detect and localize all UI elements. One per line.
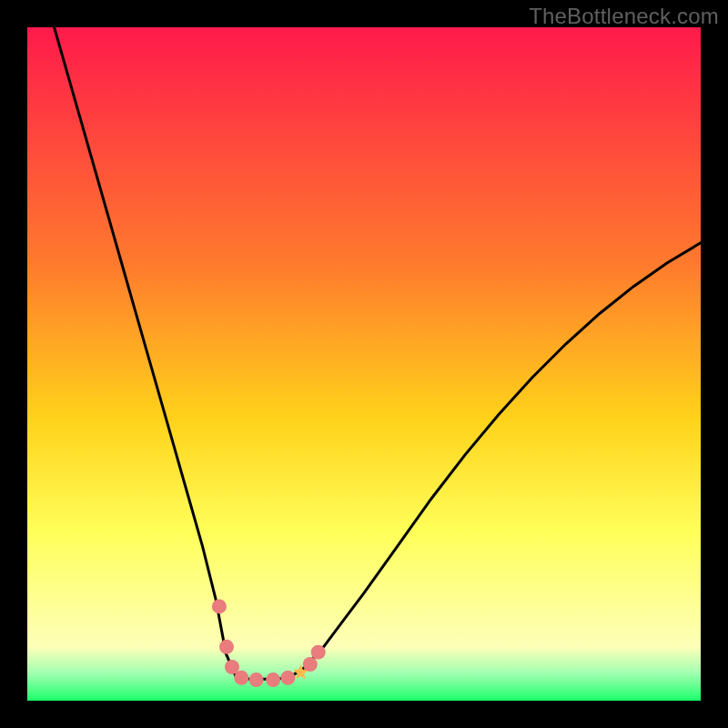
chart-frame xyxy=(27,27,701,701)
marker-dot-left-1 xyxy=(212,599,227,613)
marker-dot-mid-2 xyxy=(249,672,264,687)
marker-dot-right-1 xyxy=(303,657,318,672)
marker-dot-mid-4 xyxy=(280,671,295,685)
marker-dot-mid-3 xyxy=(266,672,280,687)
bottleneck-chart xyxy=(27,27,701,701)
marker-dot-right-2 xyxy=(311,645,326,660)
watermark-text: TheBottleneck.com xyxy=(529,4,719,29)
marker-dot-mid-1 xyxy=(234,671,248,685)
marker-dot-left-2 xyxy=(219,640,234,654)
gradient-background xyxy=(27,27,701,701)
